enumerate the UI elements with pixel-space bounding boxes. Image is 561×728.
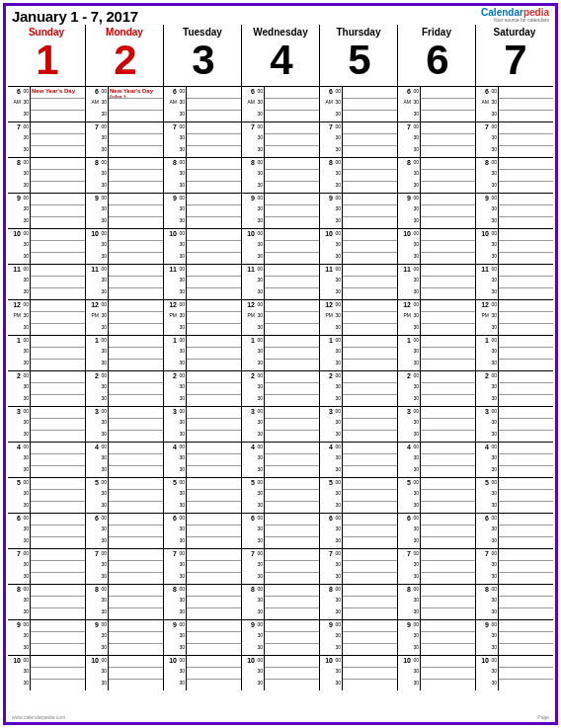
time-slot[interactable] — [421, 360, 475, 370]
time-slot[interactable] — [421, 336, 475, 348]
time-slot[interactable] — [109, 111, 163, 121]
time-slot[interactable] — [499, 194, 553, 205]
time-slot[interactable] — [499, 229, 553, 241]
time-slot[interactable] — [421, 454, 475, 466]
time-slot[interactable] — [109, 395, 163, 406]
time-slot[interactable] — [343, 122, 397, 134]
time-slot[interactable] — [31, 300, 85, 312]
time-slot[interactable] — [499, 526, 553, 537]
time-slot[interactable] — [421, 158, 475, 170]
time-slot[interactable] — [343, 336, 397, 348]
time-slot[interactable] — [265, 407, 319, 419]
time-slot[interactable] — [421, 383, 475, 395]
time-slot[interactable] — [499, 300, 553, 312]
time-slot[interactable] — [499, 537, 553, 548]
time-slot[interactable] — [265, 205, 319, 217]
time-slot[interactable] — [187, 300, 241, 312]
time-slot[interactable] — [31, 395, 85, 406]
time-slot[interactable] — [499, 608, 553, 619]
time-slot[interactable] — [421, 253, 475, 264]
time-slot[interactable] — [421, 371, 475, 383]
time-slot[interactable] — [265, 241, 319, 253]
time-slot[interactable] — [421, 111, 475, 121]
time-slot[interactable] — [187, 514, 241, 526]
time-slot[interactable] — [343, 597, 397, 608]
time-slot[interactable] — [109, 170, 163, 182]
time-slot[interactable] — [109, 644, 163, 655]
time-slot[interactable] — [265, 454, 319, 466]
time-slot[interactable] — [343, 324, 397, 335]
time-slot[interactable] — [109, 632, 163, 644]
time-slot[interactable] — [499, 122, 553, 134]
time-slot[interactable] — [499, 443, 553, 454]
time-slot[interactable] — [343, 288, 397, 299]
time-slot[interactable] — [421, 632, 475, 644]
time-slot[interactable] — [343, 478, 397, 490]
time-slot[interactable] — [343, 158, 397, 170]
time-slot[interactable] — [265, 573, 319, 584]
time-slot[interactable] — [421, 620, 475, 632]
time-slot[interactable] — [421, 146, 475, 157]
time-slot[interactable] — [421, 608, 475, 619]
time-slot[interactable] — [343, 632, 397, 644]
time-slot[interactable] — [499, 383, 553, 395]
time-slot[interactable] — [109, 265, 163, 277]
time-slot[interactable] — [187, 549, 241, 561]
time-slot[interactable] — [187, 620, 241, 632]
time-slot[interactable] — [499, 205, 553, 217]
time-slot[interactable] — [421, 407, 475, 419]
time-slot[interactable] — [187, 597, 241, 608]
time-slot[interactable] — [31, 146, 85, 157]
time-slot[interactable] — [343, 561, 397, 573]
time-slot[interactable] — [499, 324, 553, 335]
time-slot[interactable] — [265, 253, 319, 264]
time-slot[interactable] — [343, 134, 397, 146]
time-slot[interactable] — [109, 514, 163, 526]
time-slot[interactable] — [31, 419, 85, 431]
time-slot[interactable] — [265, 632, 319, 644]
time-slot[interactable] — [109, 348, 163, 360]
time-slot[interactable] — [499, 454, 553, 466]
time-slot[interactable] — [421, 668, 475, 680]
time-slot[interactable] — [499, 253, 553, 264]
time-slot[interactable] — [343, 443, 397, 454]
time-slot[interactable] — [343, 383, 397, 395]
time-slot[interactable] — [343, 466, 397, 477]
time-slot[interactable] — [343, 395, 397, 406]
time-slot[interactable] — [265, 537, 319, 548]
time-slot[interactable] — [265, 87, 319, 99]
time-slot[interactable] — [187, 490, 241, 502]
time-slot[interactable] — [265, 288, 319, 299]
time-slot[interactable] — [265, 217, 319, 228]
time-slot[interactable] — [421, 526, 475, 537]
time-slot[interactable] — [499, 336, 553, 348]
time-slot[interactable] — [499, 502, 553, 513]
time-slot[interactable] — [265, 300, 319, 312]
time-slot[interactable] — [31, 277, 85, 288]
time-slot[interactable] — [109, 146, 163, 157]
time-slot[interactable] — [265, 680, 319, 690]
time-slot[interactable] — [421, 644, 475, 655]
time-slot[interactable] — [187, 478, 241, 490]
time-slot[interactable] — [187, 336, 241, 348]
time-slot[interactable] — [109, 134, 163, 146]
time-slot[interactable] — [187, 99, 241, 111]
time-slot[interactable] — [187, 241, 241, 253]
time-slot[interactable] — [31, 585, 85, 597]
time-slot[interactable] — [499, 312, 553, 324]
time-slot[interactable] — [187, 217, 241, 228]
time-slot[interactable] — [499, 99, 553, 111]
time-slot[interactable] — [343, 265, 397, 277]
time-slot[interactable] — [265, 608, 319, 619]
time-slot[interactable] — [265, 134, 319, 146]
time-slot[interactable] — [265, 371, 319, 383]
time-slot[interactable] — [187, 87, 241, 99]
time-slot[interactable] — [187, 632, 241, 644]
time-slot[interactable] — [343, 205, 397, 217]
time-slot[interactable] — [265, 383, 319, 395]
time-slot[interactable] — [31, 312, 85, 324]
time-slot[interactable] — [343, 194, 397, 205]
time-slot[interactable] — [421, 443, 475, 454]
time-slot[interactable] — [343, 490, 397, 502]
time-slot[interactable] — [343, 656, 397, 668]
